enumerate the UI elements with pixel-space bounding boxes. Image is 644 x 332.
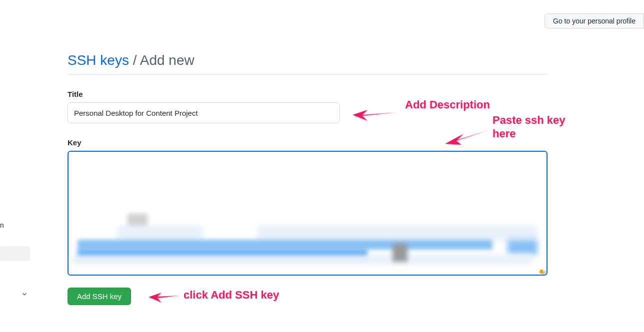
breadcrumb: SSH keys / Add new [68, 52, 548, 75]
breadcrumb-separator: / [129, 52, 140, 68]
title-input[interactable] [68, 102, 340, 123]
personal-profile-button[interactable]: Go to your personal profile [544, 13, 644, 28]
main-content: SSH keys / Add new Title Key Add SSH key [68, 52, 548, 305]
resize-indicator-icon [540, 270, 544, 274]
sidebar-fragment: n [0, 221, 4, 229]
title-label: Title [68, 90, 548, 98]
key-textarea[interactable] [68, 151, 548, 276]
sidebar-active-row [0, 246, 30, 261]
key-label: Key [68, 138, 548, 147]
breadcrumb-parent-link[interactable]: SSH keys [68, 52, 129, 68]
breadcrumb-current: Add new [140, 52, 194, 68]
title-field-group: Title [68, 90, 548, 123]
add-ssh-key-button[interactable]: Add SSH key [68, 288, 131, 305]
chevron-down-icon[interactable] [21, 291, 28, 299]
key-field-group: Key [68, 138, 548, 278]
